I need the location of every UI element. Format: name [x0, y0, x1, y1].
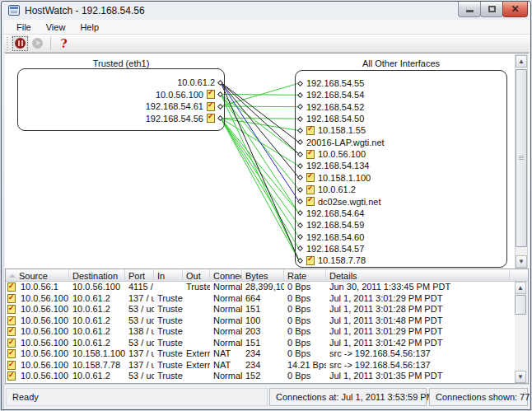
host-node[interactable]: 192.168.54.54	[298, 89, 364, 100]
host-note-icon	[207, 102, 215, 111]
column-header-out[interactable]: Out	[183, 269, 210, 282]
cell-destination: 10.0.56.100	[69, 282, 125, 292]
host-note-icon	[7, 305, 16, 314]
host-node[interactable]: 192.168.54.56	[146, 113, 222, 124]
table-row[interactable]: 10.0.56.10010.0.61.2137 / udpTrustedNorm…	[6, 382, 515, 384]
host-node[interactable]: 192.168.54.134	[298, 160, 369, 171]
host-label: 10.0.56.100	[318, 149, 366, 159]
thumb-grip-icon	[519, 156, 524, 160]
host-node[interactable]: 192.168.54.59	[298, 219, 364, 231]
table-row[interactable]: 10.0.56.110.0.56.1004115 / ...TrustedNor…	[6, 282, 515, 293]
host-node[interactable]: 10.0.56.100	[298, 148, 366, 160]
minimize-button[interactable]	[458, 2, 481, 17]
table-row[interactable]: 10.0.56.10010.0.61.2138 / udpTrustedNorm…	[6, 326, 515, 338]
column-label: Port	[128, 271, 145, 281]
table-row[interactable]: 10.0.56.10010.0.61.253 / udpTrustedNorma…	[6, 371, 515, 382]
host-node[interactable]: 192.168.54.55	[298, 77, 364, 89]
table-row[interactable]: 10.0.56.10010.158.7.78137 / udpTrustedEx…	[6, 360, 515, 371]
table-row[interactable]: 10.0.56.10010.0.61.253 / udpTrustedNorma…	[6, 315, 515, 327]
cell-details: src -> 192.168.54.56:137	[326, 360, 510, 371]
column-header-connection[interactable]: Connect...	[210, 269, 242, 282]
status-connections-at: Connections at: Jul 1, 2011 3:53:59 PM P…	[269, 388, 427, 406]
host-node[interactable]: 10.0.61.2	[177, 77, 222, 88]
connector-diamond-icon	[297, 175, 303, 180]
scroll-down-button[interactable]: ▼	[516, 255, 527, 268]
host-node[interactable]: 10.158.1.100	[298, 172, 371, 184]
host-note-icon	[207, 114, 215, 123]
hostwatch-window: HostWatch - 192.168.54.56 ✕ File View He…	[1, 1, 531, 410]
connector-diamond-icon	[217, 79, 223, 85]
cell-bytes: 151	[242, 304, 284, 315]
cell-details: Jul 1, 2011 3:01:48 PM PDT	[326, 315, 510, 326]
column-header-details[interactable]: Details	[326, 269, 510, 282]
menu-help[interactable]: Help	[72, 21, 106, 34]
cell-port: 53 / udp	[125, 371, 154, 381]
connection-line	[221, 106, 299, 107]
toolbar-gripper[interactable]	[7, 37, 8, 50]
column-header-rate[interactable]: Rate	[284, 269, 326, 282]
host-node[interactable]: dc02se.wgti.net	[298, 196, 380, 208]
scroll-up-button[interactable]: ▲	[515, 282, 526, 294]
host-label: 20016-LAP.wgti.net	[306, 138, 385, 147]
host-label: 10.0.56.100	[156, 90, 203, 100]
menu-file[interactable]: File	[9, 21, 39, 34]
table-row[interactable]: 10.0.56.10010.0.61.2137 / udpTrustedNorm…	[6, 293, 515, 305]
close-button[interactable]: ✕	[502, 2, 528, 17]
table-scrollbar[interactable]: ▲ ▼	[515, 282, 528, 383]
column-header-source[interactable]: Source	[6, 269, 69, 282]
connector-diamond-icon	[297, 210, 303, 216]
table-row[interactable]: 10.0.56.10010.158.1.100137 / udpTrustedE…	[6, 348, 515, 360]
sort-indicator-icon	[9, 274, 16, 278]
column-header-bytes[interactable]: Bytes	[242, 269, 284, 282]
scroll-down-button[interactable]: ▼	[515, 371, 526, 383]
column-header-in[interactable]: In	[154, 269, 183, 282]
host-node[interactable]: 10.158.7.78	[298, 255, 366, 266]
host-node[interactable]: 192.168.54.60	[298, 231, 364, 243]
arrow-down-icon: ▼	[518, 259, 525, 265]
connection-line	[221, 95, 299, 261]
scroll-up-button[interactable]: ▲	[516, 55, 527, 68]
column-header-port[interactable]: Port	[125, 269, 154, 282]
column-label: Out	[186, 271, 201, 281]
table-body: 10.0.56.110.0.56.1004115 / ...TrustedNor…	[6, 282, 515, 383]
cell-connection: Normal	[210, 326, 242, 337]
scrollbar-thumb[interactable]	[516, 69, 527, 247]
cell-bytes: 28,399,100	[242, 282, 284, 292]
column-label: Details	[329, 271, 357, 281]
host-node[interactable]: 192.168.54.64	[298, 208, 364, 219]
table-row[interactable]: 10.0.56.10010.0.61.253 / udpTrustedNorma…	[6, 338, 515, 349]
host-label: dc02se.wgti.net	[318, 197, 380, 207]
cell-out	[183, 304, 210, 315]
host-node[interactable]: 192.168.54.61	[146, 100, 222, 112]
title-bar[interactable]: HostWatch - 192.168.54.56 ✕	[2, 2, 530, 20]
cell-connection: NAT	[210, 360, 242, 371]
cell-connection: Normal	[210, 371, 242, 381]
cell-in: Trusted	[154, 315, 183, 326]
host-note-icon	[7, 294, 16, 303]
connection-line	[221, 119, 299, 119]
host-note-icon	[207, 90, 215, 99]
host-node[interactable]: 20016-LAP.wgti.net	[298, 137, 385, 148]
question-mark-icon: ?	[60, 37, 67, 50]
menu-view[interactable]: View	[39, 21, 73, 34]
host-node[interactable]: 192.168.54.57	[298, 243, 364, 255]
host-node[interactable]: 10.0.56.100	[156, 89, 222, 100]
scrollbar-thumb[interactable]	[515, 295, 526, 315]
table-row[interactable]: 10.0.56.10010.0.61.253 / udpTrustedNorma…	[6, 304, 515, 315]
host-node[interactable]: 10.158.1.55	[298, 124, 366, 136]
host-node[interactable]: 192.168.54.52	[298, 101, 364, 113]
play-button[interactable]	[29, 35, 46, 52]
cell-source: 10.0.56.100	[6, 348, 69, 359]
host-node[interactable]: 10.0.61.2	[298, 184, 356, 195]
host-node[interactable]: 192.168.54.50	[298, 113, 364, 124]
cell-text: 10.0.56.100	[21, 360, 68, 371]
cell-source: 10.0.56.100	[6, 338, 69, 348]
host-note-icon	[306, 126, 315, 135]
pause-button[interactable]	[12, 35, 29, 52]
host-note-icon	[7, 349, 16, 358]
help-button[interactable]: ?	[55, 35, 72, 52]
diagram-scrollbar[interactable]: ▲ ▼	[515, 54, 528, 269]
column-header-destination[interactable]: Destination	[69, 269, 125, 282]
connection-line	[221, 119, 299, 249]
maximize-button[interactable]	[480, 2, 503, 17]
